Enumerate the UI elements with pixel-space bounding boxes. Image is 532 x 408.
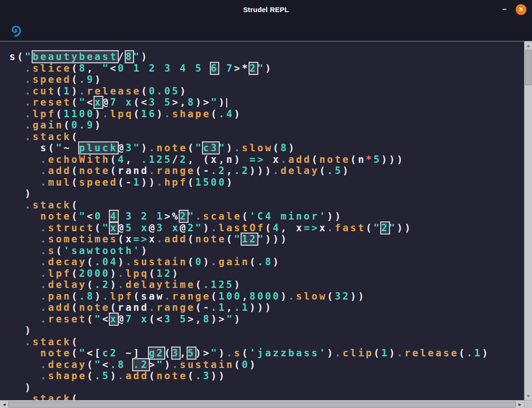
code-line: .decay(.04).sustain(0).gain(.8) (9, 256, 490, 268)
code-token (218, 63, 226, 74)
code-token: ( (94, 222, 102, 234)
vertical-scrollbar[interactable]: ▲ ▼ (524, 41, 532, 400)
scroll-right-arrow-icon[interactable]: ▶ (516, 401, 524, 408)
code-token: . (211, 222, 219, 234)
code-token: ( (56, 108, 64, 120)
code-token: . (149, 165, 157, 176)
code-token: 1 (381, 348, 389, 359)
code-line: note("<0 4 3 2 1>%2".scale('C4 minor')) (9, 211, 490, 222)
code-token: >, (188, 314, 203, 325)
highlighted-pattern-token: x (110, 222, 118, 234)
horizontal-scrollbar[interactable]: ◀ ▶ (0, 400, 524, 408)
code-token: sometimes (48, 234, 118, 245)
code-token: . (25, 74, 33, 85)
code-token: . (156, 234, 164, 245)
highlighted-pattern-token: x (110, 314, 118, 325)
code-token: ) (226, 177, 234, 188)
code-token: ( (164, 348, 172, 359)
code-token: ( (71, 131, 79, 142)
code-token: < (87, 211, 94, 222)
code-token: . (397, 348, 404, 359)
code-line: .lpf(1100).lpq(16).shape(.4) (9, 108, 490, 120)
code-token: note (79, 165, 110, 176)
code-token: (- (195, 165, 211, 176)
code-token: " (211, 348, 219, 359)
code-token: . (25, 86, 33, 97)
code-token (9, 97, 25, 108)
vertical-scrollbar-thumb[interactable] (525, 50, 532, 85)
window-title: Strudel REPL (243, 6, 289, 13)
code-token: speed (33, 74, 71, 85)
code-token (9, 279, 40, 290)
title-bar[interactable]: Strudel REPL – ✕ (0, 0, 532, 19)
code-token: ) (94, 291, 102, 302)
horizontal-scrollbar-thumb[interactable] (8, 401, 516, 408)
code-token: s (48, 245, 56, 256)
code-token: .4 (219, 108, 234, 120)
code-token: ) (343, 165, 350, 176)
code-token: .8 (257, 256, 273, 268)
code-token: ) (9, 382, 33, 393)
code-token: ))) (249, 302, 273, 313)
code-token: . (149, 302, 157, 313)
code-token: 8 (281, 142, 289, 154)
highlighted-pattern-token: 2 (180, 211, 188, 222)
code-token: ( (459, 348, 467, 359)
code-token: 2000 (79, 268, 110, 279)
code-token: " (219, 142, 227, 154)
code-token: . (226, 348, 234, 359)
close-button[interactable]: ✕ (516, 4, 526, 15)
code-token: ( (311, 154, 319, 165)
code-token: ) (141, 245, 149, 256)
code-line: .cut(1).release(0.05) (9, 86, 490, 97)
code-token: " (195, 222, 203, 234)
code-token: ( (350, 154, 358, 165)
code-token: @ (118, 142, 126, 154)
code-token: 'C4 minor' (249, 211, 327, 222)
code-token: .2 (234, 165, 249, 176)
code-token: " (79, 211, 87, 222)
code-token: 4 (273, 222, 281, 234)
code-token: delay (48, 279, 87, 290)
scroll-down-arrow-icon[interactable]: ▼ (525, 392, 532, 400)
code-token: " (188, 211, 195, 222)
code-token: delaytime (126, 279, 195, 290)
code-token: slow (242, 142, 273, 154)
code-token: ( (71, 165, 79, 176)
code-token: 'sawtooth' (64, 245, 141, 256)
code-token: ) (94, 120, 102, 131)
code-line: .s('sawtooth') (9, 245, 490, 257)
code-editor[interactable]: s("beautybeast/8") .slice(8, "<0 1 2 3 4… (0, 41, 524, 400)
code-token: ( (366, 222, 374, 234)
code-token: lpf (33, 108, 56, 120)
code-token (9, 291, 40, 302)
code-token: ))) (265, 234, 288, 245)
code-token: reset (33, 97, 71, 108)
code-token (9, 268, 40, 279)
code-token: ( (87, 314, 94, 325)
code-token: . (40, 359, 48, 370)
code-token: 0 (242, 359, 249, 370)
code-token: ) (249, 359, 257, 370)
code-token: ( (242, 348, 249, 359)
code-token: ( (188, 177, 195, 188)
code-token: ( (71, 211, 79, 222)
minimize-button[interactable]: – (501, 7, 508, 12)
highlighted-pattern-token: 3 (172, 348, 180, 359)
code-token: . (25, 336, 33, 348)
code-token: slice (33, 63, 71, 74)
code-token: ( (71, 336, 79, 348)
code-token: gain (33, 120, 64, 131)
code-token: shape (172, 108, 211, 120)
code-token: add (48, 165, 71, 176)
code-token: 16 (141, 108, 156, 120)
code-token: . (40, 268, 48, 279)
code-line: .sometimes(x=>x.add(note("12"))) (9, 234, 490, 245)
code-token: , (x,n) (188, 154, 249, 165)
strudel-spiral-logo-icon[interactable] (8, 23, 23, 37)
code-token: ( (226, 234, 234, 245)
scroll-up-arrow-icon[interactable]: ▲ (525, 42, 532, 49)
scroll-left-arrow-icon[interactable]: ◀ (0, 401, 8, 408)
code-token: . (25, 108, 33, 120)
code-token: .9 (79, 74, 94, 85)
